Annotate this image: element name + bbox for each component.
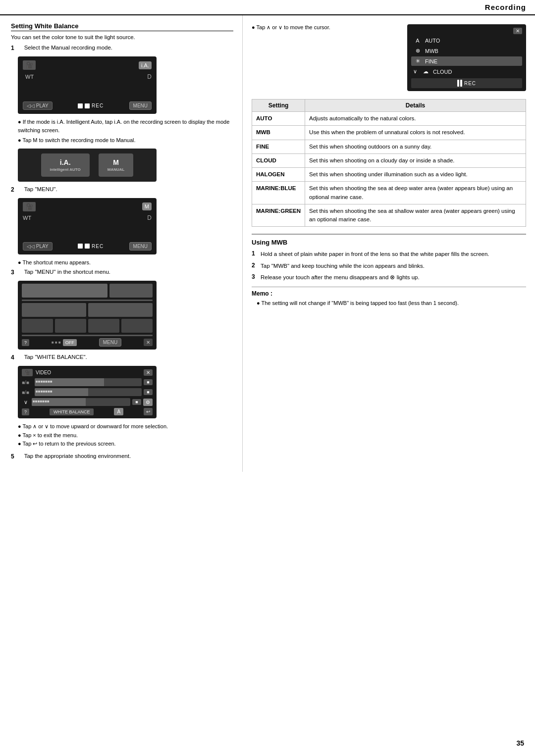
note-manual: Tap M to switch the recording mode to Ma… [18, 136, 233, 145]
wb-dd-auto-label: AUTO [425, 38, 440, 44]
cam2-rec-label: REC [92, 244, 104, 249]
wb-row-1: ■/■ ■■■■■■■ ■ [22, 378, 153, 386]
bullet-exit: Tap × to exit the menu. [18, 431, 233, 440]
cam-m-sublabel: MANUAL [107, 167, 125, 172]
step-1-text: Select the Manual recording mode. [24, 45, 112, 50]
mwb-steps: 1Hold a sheet of plain white paper in fr… [252, 250, 526, 282]
cam2-movie-icon: 🎥 [23, 202, 36, 211]
wb-dd-close-btn[interactable]: ✕ [513, 28, 522, 34]
menu-row-2 [22, 303, 153, 317]
cam-wt-icon: WT [23, 73, 36, 81]
wb-dd-auto[interactable]: A AUTO [411, 36, 522, 45]
menu-cell-5 [22, 319, 53, 333]
cam2-rec-dot [78, 244, 83, 249]
wb-wb-label[interactable]: WHITE BALANCE [50, 408, 94, 415]
bullet-return: Tap ↩ to return to the previous screen. [18, 440, 233, 449]
mwb-step-num: 1 [252, 250, 259, 257]
left-column: Setting White Balance You can set the co… [0, 15, 243, 472]
wb-gear-btn[interactable]: ⚙ [143, 399, 153, 406]
menu-divider [22, 300, 153, 301]
cam-rec-label: REC [92, 103, 104, 108]
cam2-menu-btn[interactable]: MENU [129, 242, 152, 251]
page-header: Recording [0, 0, 535, 15]
table-cell-setting: AUTO [252, 112, 305, 126]
cam-d-icon: D [147, 73, 152, 80]
step-2-label: 2 [11, 186, 14, 193]
wb-dd-cloud-label: CLOUD [433, 69, 452, 75]
cam-bottom-bar: ◁◁ PLAY REC MENU [23, 101, 152, 110]
step-5-text: Tap the appropriate shooting environment… [24, 453, 131, 459]
wb-movie-icon: 🎥 [22, 369, 33, 376]
menu-row-mid [22, 300, 153, 301]
wb-bar-1: ■■■■■■■ [35, 378, 142, 386]
wb-dd-mwb-icon: ⊗ [413, 48, 422, 54]
table-cell-details: Set this when shooting outdoors on a sun… [305, 140, 526, 153]
mwb-step: 3Release your touch after the menu disap… [252, 273, 526, 282]
wb-dd-rec-area: REC [411, 78, 522, 88]
wb-dd-row-cloud: ∨ ☁ CLOUD [411, 67, 522, 76]
wb-dd-rec-bars [457, 80, 462, 87]
wb-dd-fine[interactable]: ✳ FINE [411, 56, 522, 66]
wb-mini-2: ■ [144, 389, 153, 395]
cam-m-label: M [107, 158, 125, 166]
cam-play-btn[interactable]: ◁◁ PLAY [23, 101, 53, 110]
table-row: MARINE:GREENSet this when shooting the s… [252, 204, 526, 227]
menu-cell-6 [55, 319, 86, 333]
cam2-rec-dot2 [85, 244, 90, 249]
wb-bar-dots-3: ■■■■■■■ [33, 399, 50, 403]
cam-menu-ui: ? ■ ■ ■ OFF MENU ✕ [18, 281, 157, 350]
wb-dd-mwb[interactable]: ⊗ MWB [411, 46, 522, 55]
table-cell-setting: MARINE:BLUE [252, 182, 305, 204]
cam-movie-icon: 🎥 [23, 60, 36, 70]
section-title-white-balance: Setting White Balance [11, 22, 233, 31]
table-cell-details: Use this when the problem of unnatural c… [305, 126, 526, 140]
menu-divider2 [22, 335, 153, 336]
cam-menu-label[interactable]: MENU [99, 338, 121, 347]
step-3-label: 3 [11, 269, 14, 276]
step4-bullets: Tap ∧ or ∨ to move upward or downward fo… [18, 422, 233, 449]
table-cell-setting: MWB [252, 126, 305, 140]
mwb-step-desc: Release your touch after the menu disapp… [261, 273, 420, 282]
page-number: 35 [516, 739, 524, 747]
menu-cell-2 [109, 284, 153, 298]
wb-help-btn[interactable]: ? [22, 408, 29, 415]
wb-settings-table: Setting Details AUTOAdjusts automaticall… [252, 99, 526, 227]
using-mwb-section: Using MWB 1Hold a sheet of plain white p… [252, 234, 526, 307]
wb-close-btn[interactable]: ✕ [144, 369, 153, 376]
cam-mode-select-ui: i.A. intelligent AUTO M MANUAL [18, 149, 157, 182]
wb-dd-cloud-icon: ☁ [421, 68, 430, 75]
wb-chevron-down[interactable]: ∨ [22, 399, 30, 405]
wb-dd-fine-label: FINE [425, 58, 437, 64]
cam-manual-select[interactable]: M MANUAL [99, 153, 134, 177]
wb-header: 🎥 VIDEO ✕ [22, 369, 153, 376]
wb-dd-mwb-label: MWB [425, 48, 438, 54]
table-cell-details: Adjusts automatically to the natural col… [305, 112, 526, 126]
memo-label: Memo : [252, 290, 526, 297]
menu-cell-3 [22, 303, 86, 317]
wb-label-2: ■/■ [22, 390, 33, 395]
wb-a-icon[interactable]: A [114, 408, 123, 415]
cam-ia-sublabel: intelligent AUTO [50, 167, 81, 172]
menu-cell-8 [121, 319, 153, 333]
wb-dd-fine-icon: ✳ [413, 58, 422, 64]
wb-back-btn[interactable]: ↩ [144, 408, 153, 415]
cam2-spacer [23, 224, 152, 239]
table-row: AUTOAdjusts automatically to the natural… [252, 112, 526, 126]
table-cell-setting: FINE [252, 140, 305, 153]
cam2-play-btn[interactable]: ◁◁ PLAY [23, 242, 53, 251]
cam-menu-btn[interactable]: MENU [129, 101, 152, 110]
cam-x-btn[interactable]: ✕ [144, 339, 153, 346]
cam-help-btn[interactable]: ? [22, 339, 29, 346]
cam-rec-display: REC [78, 103, 104, 108]
wb-bar-3: ■■■■■■■ [32, 398, 130, 406]
cam-ia-icon: i.A. [139, 61, 152, 69]
wb-dd-chevron[interactable]: ∨ [411, 67, 419, 76]
cam-ia-select[interactable]: i.A. intelligent AUTO [41, 153, 90, 177]
cam2-rec-display: REC [78, 244, 104, 249]
cam2-row-2: WT D [23, 214, 152, 221]
wb-dd-cloud[interactable]: ☁ CLOUD [419, 67, 522, 76]
cam-rec-dot [78, 103, 83, 108]
step-1-block: 1 Select the Manual recording mode. [11, 44, 233, 51]
step-1-label: 1 [11, 45, 14, 51]
cam-off-btn[interactable]: OFF [63, 339, 77, 346]
